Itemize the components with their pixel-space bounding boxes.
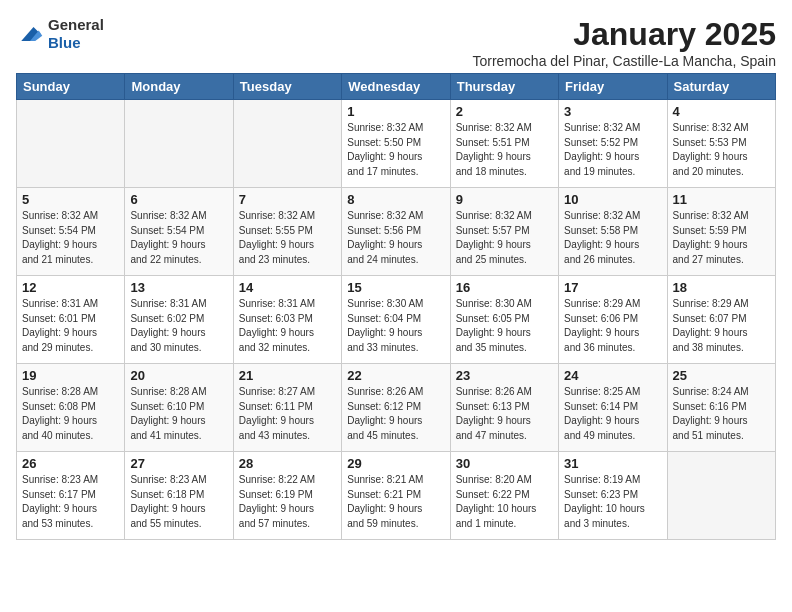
calendar-cell: 7Sunrise: 8:32 AM Sunset: 5:55 PM Daylig…	[233, 188, 341, 276]
calendar-cell: 4Sunrise: 8:32 AM Sunset: 5:53 PM Daylig…	[667, 100, 775, 188]
week-row-2: 5Sunrise: 8:32 AM Sunset: 5:54 PM Daylig…	[17, 188, 776, 276]
calendar-cell: 3Sunrise: 8:32 AM Sunset: 5:52 PM Daylig…	[559, 100, 667, 188]
day-info: Sunrise: 8:32 AM Sunset: 5:54 PM Dayligh…	[130, 209, 227, 267]
day-number: 11	[673, 192, 770, 207]
day-number: 5	[22, 192, 119, 207]
day-number: 22	[347, 368, 444, 383]
calendar-cell: 13Sunrise: 8:31 AM Sunset: 6:02 PM Dayli…	[125, 276, 233, 364]
day-number: 24	[564, 368, 661, 383]
day-info: Sunrise: 8:32 AM Sunset: 5:58 PM Dayligh…	[564, 209, 661, 267]
day-info: Sunrise: 8:28 AM Sunset: 6:10 PM Dayligh…	[130, 385, 227, 443]
day-number: 2	[456, 104, 553, 119]
weekday-header-saturday: Saturday	[667, 74, 775, 100]
day-number: 29	[347, 456, 444, 471]
day-number: 1	[347, 104, 444, 119]
calendar-table: SundayMondayTuesdayWednesdayThursdayFrid…	[16, 73, 776, 540]
calendar-cell: 31Sunrise: 8:19 AM Sunset: 6:23 PM Dayli…	[559, 452, 667, 540]
page-header: General Blue January 2025 Torremocha del…	[16, 16, 776, 69]
day-info: Sunrise: 8:23 AM Sunset: 6:18 PM Dayligh…	[130, 473, 227, 531]
day-number: 19	[22, 368, 119, 383]
month-title: January 2025	[473, 16, 777, 53]
day-number: 25	[673, 368, 770, 383]
calendar-cell: 5Sunrise: 8:32 AM Sunset: 5:54 PM Daylig…	[17, 188, 125, 276]
day-info: Sunrise: 8:25 AM Sunset: 6:14 PM Dayligh…	[564, 385, 661, 443]
calendar-cell: 30Sunrise: 8:20 AM Sunset: 6:22 PM Dayli…	[450, 452, 558, 540]
day-info: Sunrise: 8:24 AM Sunset: 6:16 PM Dayligh…	[673, 385, 770, 443]
calendar-cell: 9Sunrise: 8:32 AM Sunset: 5:57 PM Daylig…	[450, 188, 558, 276]
week-row-5: 26Sunrise: 8:23 AM Sunset: 6:17 PM Dayli…	[17, 452, 776, 540]
weekday-header-wednesday: Wednesday	[342, 74, 450, 100]
calendar-cell	[17, 100, 125, 188]
day-info: Sunrise: 8:32 AM Sunset: 5:57 PM Dayligh…	[456, 209, 553, 267]
calendar-cell: 15Sunrise: 8:30 AM Sunset: 6:04 PM Dayli…	[342, 276, 450, 364]
day-number: 17	[564, 280, 661, 295]
day-info: Sunrise: 8:23 AM Sunset: 6:17 PM Dayligh…	[22, 473, 119, 531]
calendar-cell	[667, 452, 775, 540]
calendar-cell: 1Sunrise: 8:32 AM Sunset: 5:50 PM Daylig…	[342, 100, 450, 188]
weekday-header-thursday: Thursday	[450, 74, 558, 100]
day-number: 12	[22, 280, 119, 295]
day-number: 8	[347, 192, 444, 207]
day-number: 16	[456, 280, 553, 295]
day-info: Sunrise: 8:32 AM Sunset: 5:53 PM Dayligh…	[673, 121, 770, 179]
day-number: 18	[673, 280, 770, 295]
week-row-4: 19Sunrise: 8:28 AM Sunset: 6:08 PM Dayli…	[17, 364, 776, 452]
calendar-cell: 24Sunrise: 8:25 AM Sunset: 6:14 PM Dayli…	[559, 364, 667, 452]
weekday-header-tuesday: Tuesday	[233, 74, 341, 100]
day-info: Sunrise: 8:32 AM Sunset: 5:51 PM Dayligh…	[456, 121, 553, 179]
week-row-1: 1Sunrise: 8:32 AM Sunset: 5:50 PM Daylig…	[17, 100, 776, 188]
day-info: Sunrise: 8:30 AM Sunset: 6:04 PM Dayligh…	[347, 297, 444, 355]
calendar-cell: 17Sunrise: 8:29 AM Sunset: 6:06 PM Dayli…	[559, 276, 667, 364]
day-info: Sunrise: 8:28 AM Sunset: 6:08 PM Dayligh…	[22, 385, 119, 443]
title-block: January 2025 Torremocha del Pinar, Casti…	[473, 16, 777, 69]
day-info: Sunrise: 8:29 AM Sunset: 6:07 PM Dayligh…	[673, 297, 770, 355]
day-info: Sunrise: 8:32 AM Sunset: 5:52 PM Dayligh…	[564, 121, 661, 179]
calendar-cell	[233, 100, 341, 188]
day-info: Sunrise: 8:26 AM Sunset: 6:12 PM Dayligh…	[347, 385, 444, 443]
day-info: Sunrise: 8:29 AM Sunset: 6:06 PM Dayligh…	[564, 297, 661, 355]
day-info: Sunrise: 8:22 AM Sunset: 6:19 PM Dayligh…	[239, 473, 336, 531]
day-info: Sunrise: 8:31 AM Sunset: 6:02 PM Dayligh…	[130, 297, 227, 355]
calendar-cell: 18Sunrise: 8:29 AM Sunset: 6:07 PM Dayli…	[667, 276, 775, 364]
day-number: 30	[456, 456, 553, 471]
calendar-cell	[125, 100, 233, 188]
weekday-header-row: SundayMondayTuesdayWednesdayThursdayFrid…	[17, 74, 776, 100]
calendar-cell: 2Sunrise: 8:32 AM Sunset: 5:51 PM Daylig…	[450, 100, 558, 188]
day-info: Sunrise: 8:27 AM Sunset: 6:11 PM Dayligh…	[239, 385, 336, 443]
logo-text: General Blue	[48, 16, 104, 52]
calendar-cell: 27Sunrise: 8:23 AM Sunset: 6:18 PM Dayli…	[125, 452, 233, 540]
day-number: 20	[130, 368, 227, 383]
day-number: 7	[239, 192, 336, 207]
logo: General Blue	[16, 16, 104, 52]
calendar-cell: 8Sunrise: 8:32 AM Sunset: 5:56 PM Daylig…	[342, 188, 450, 276]
day-number: 23	[456, 368, 553, 383]
day-number: 28	[239, 456, 336, 471]
day-info: Sunrise: 8:26 AM Sunset: 6:13 PM Dayligh…	[456, 385, 553, 443]
day-number: 15	[347, 280, 444, 295]
logo-icon	[16, 20, 44, 48]
day-number: 21	[239, 368, 336, 383]
day-info: Sunrise: 8:32 AM Sunset: 5:54 PM Dayligh…	[22, 209, 119, 267]
week-row-3: 12Sunrise: 8:31 AM Sunset: 6:01 PM Dayli…	[17, 276, 776, 364]
calendar-cell: 11Sunrise: 8:32 AM Sunset: 5:59 PM Dayli…	[667, 188, 775, 276]
calendar-cell: 21Sunrise: 8:27 AM Sunset: 6:11 PM Dayli…	[233, 364, 341, 452]
day-info: Sunrise: 8:32 AM Sunset: 5:55 PM Dayligh…	[239, 209, 336, 267]
day-number: 9	[456, 192, 553, 207]
day-number: 6	[130, 192, 227, 207]
weekday-header-friday: Friday	[559, 74, 667, 100]
calendar-cell: 26Sunrise: 8:23 AM Sunset: 6:17 PM Dayli…	[17, 452, 125, 540]
calendar-cell: 19Sunrise: 8:28 AM Sunset: 6:08 PM Dayli…	[17, 364, 125, 452]
calendar-cell: 28Sunrise: 8:22 AM Sunset: 6:19 PM Dayli…	[233, 452, 341, 540]
day-info: Sunrise: 8:32 AM Sunset: 5:56 PM Dayligh…	[347, 209, 444, 267]
day-number: 31	[564, 456, 661, 471]
day-info: Sunrise: 8:31 AM Sunset: 6:01 PM Dayligh…	[22, 297, 119, 355]
day-number: 3	[564, 104, 661, 119]
day-number: 14	[239, 280, 336, 295]
day-number: 27	[130, 456, 227, 471]
day-info: Sunrise: 8:32 AM Sunset: 5:59 PM Dayligh…	[673, 209, 770, 267]
day-number: 13	[130, 280, 227, 295]
day-info: Sunrise: 8:21 AM Sunset: 6:21 PM Dayligh…	[347, 473, 444, 531]
location-title: Torremocha del Pinar, Castille-La Mancha…	[473, 53, 777, 69]
calendar-cell: 6Sunrise: 8:32 AM Sunset: 5:54 PM Daylig…	[125, 188, 233, 276]
calendar-cell: 22Sunrise: 8:26 AM Sunset: 6:12 PM Dayli…	[342, 364, 450, 452]
